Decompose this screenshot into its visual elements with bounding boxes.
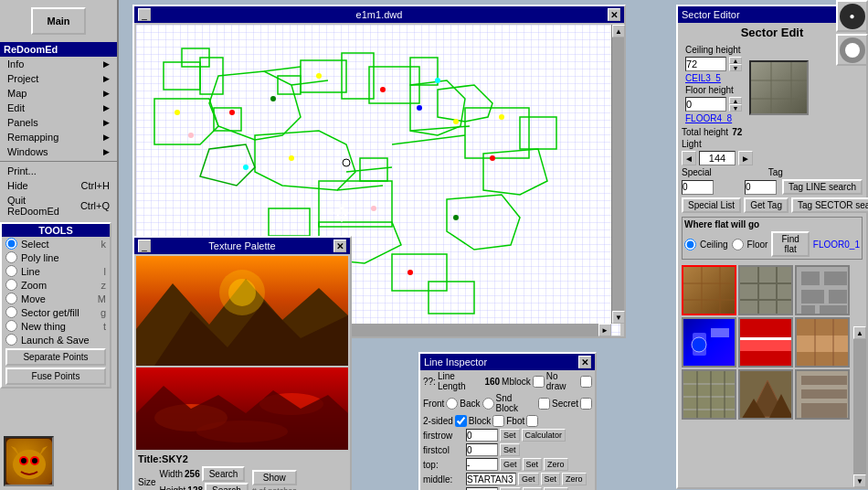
menu-item-edit[interactable]: Edit ▶ bbox=[0, 101, 117, 115]
scroll-right-arrow[interactable]: ► bbox=[598, 324, 611, 336]
map-window-minimize[interactable]: _ bbox=[138, 8, 151, 21]
menu-item-project[interactable]: Project ▶ bbox=[0, 71, 117, 86]
search-top-button[interactable]: Search bbox=[202, 466, 246, 482]
li-firstrow-input[interactable] bbox=[466, 429, 498, 442]
light-decrease-button[interactable]: ◄ bbox=[682, 151, 696, 165]
li-get-top-button[interactable]: Get bbox=[500, 458, 521, 471]
ceiling-down-button[interactable]: ▼ bbox=[729, 64, 742, 71]
avatar bbox=[4, 436, 54, 486]
tex-cell-6[interactable] bbox=[795, 317, 850, 368]
tool-move[interactable]: Move M bbox=[2, 292, 110, 305]
floor-texture-name[interactable]: FLOOR4_8 bbox=[685, 113, 732, 123]
sector-scroll-track[interactable] bbox=[853, 339, 866, 474]
tex-cell-9[interactable] bbox=[795, 369, 850, 420]
menu-item-remapping[interactable]: Remapping ▶ bbox=[0, 130, 117, 144]
light-row: ◄ ► bbox=[678, 150, 866, 166]
floor-height-input[interactable] bbox=[685, 97, 726, 112]
texture-palette-minimize[interactable]: _ bbox=[138, 240, 151, 252]
floor-spin[interactable]: ▲ ▼ bbox=[729, 97, 742, 112]
tool-polyline[interactable]: Poly line bbox=[2, 250, 110, 264]
tag-sector-search-button[interactable]: Tag SECTOR search bbox=[791, 197, 868, 213]
tex-cell-3[interactable] bbox=[795, 265, 850, 315]
sector-scroll-up[interactable]: ▲ bbox=[853, 326, 866, 339]
svg-rect-97 bbox=[797, 336, 850, 352]
sector-scroll-down[interactable]: ▼ bbox=[853, 474, 866, 487]
li-fbot-checkbox[interactable] bbox=[526, 415, 538, 427]
sector-vscrollbar[interactable]: ▲ ▼ bbox=[853, 326, 866, 487]
scroll-up-arrow[interactable]: ▲ bbox=[612, 25, 625, 37]
li-set-firstcol-button[interactable]: Set bbox=[500, 443, 520, 456]
tool-line[interactable]: Line l bbox=[2, 264, 110, 278]
tool-select[interactable]: Select k bbox=[2, 237, 110, 250]
scroll-down-arrow[interactable]: ▼ bbox=[612, 311, 625, 324]
li-sndblock-checkbox[interactable] bbox=[538, 398, 550, 410]
tool-new-thing[interactable]: New thing t bbox=[2, 319, 110, 333]
li-firstcol-input[interactable] bbox=[466, 443, 498, 456]
menu-item-windows[interactable]: Windows ▶ bbox=[0, 144, 117, 159]
li-middle-input[interactable] bbox=[466, 473, 516, 485]
li-block-checkbox[interactable] bbox=[492, 415, 504, 427]
special-list-button[interactable]: Special List bbox=[682, 197, 741, 213]
where-flat-title: Where flat will go bbox=[684, 219, 860, 229]
scroll-track-v[interactable] bbox=[612, 37, 624, 311]
li-set-firstrow-button[interactable]: Set bbox=[500, 429, 520, 442]
get-tag-button[interactable]: Get Tag bbox=[744, 197, 789, 213]
tool-zoom[interactable]: Zoom z bbox=[2, 278, 110, 292]
svg-point-60 bbox=[228, 279, 256, 306]
floor-up-button[interactable]: ▲ bbox=[729, 97, 742, 104]
tag-input[interactable] bbox=[745, 180, 777, 195]
li-twosided-checkbox[interactable] bbox=[455, 415, 467, 427]
tools-panel: TOOLS Select k Poly line Line l Zoom z M… bbox=[0, 222, 111, 389]
main-button[interactable]: Main bbox=[31, 7, 86, 35]
floor-down-button[interactable]: ▼ bbox=[729, 104, 742, 112]
tex-cell-2[interactable] bbox=[738, 265, 793, 315]
li-mblock-checkbox[interactable] bbox=[533, 376, 545, 388]
light-increase-button[interactable]: ► bbox=[738, 151, 753, 165]
menu-item-print[interactable]: Print... bbox=[0, 164, 117, 178]
menu-item-hide[interactable]: Hide Ctrl+H bbox=[0, 178, 117, 193]
tool-launch-save[interactable]: Launch & Save bbox=[2, 333, 110, 346]
app-icon-1[interactable]: ● bbox=[836, 0, 868, 32]
separate-points-button[interactable]: Separate Points bbox=[5, 348, 106, 366]
floor-radio[interactable] bbox=[732, 239, 744, 250]
search-bottom-button[interactable]: Search bbox=[205, 483, 249, 490]
ceiling-height-input[interactable] bbox=[685, 57, 726, 71]
ceiling-up-button[interactable]: ▲ bbox=[729, 57, 742, 64]
menu-item-info[interactable]: Info ▶ bbox=[0, 57, 117, 71]
special-input[interactable] bbox=[682, 180, 714, 195]
line-inspector-close[interactable]: ✕ bbox=[578, 356, 591, 368]
texture-palette-close[interactable]: ✕ bbox=[333, 240, 346, 252]
menu-item-panels[interactable]: Panels ▶ bbox=[0, 115, 117, 130]
svg-point-4 bbox=[32, 458, 37, 463]
li-zero-top-button[interactable]: Zero bbox=[544, 458, 568, 471]
li-get-middle-button[interactable]: Get bbox=[518, 473, 539, 485]
ceiling-texture-name[interactable]: CEIL3_5 bbox=[685, 73, 721, 83]
li-set-middle-button[interactable]: Set bbox=[541, 473, 561, 485]
tex-cell-4[interactable] bbox=[682, 317, 736, 368]
tag-line-search-button[interactable]: Tag LINE search bbox=[782, 179, 863, 195]
app-icon-2[interactable] bbox=[836, 34, 868, 66]
tex-cell-5[interactable] bbox=[738, 317, 793, 368]
ceiling-radio[interactable] bbox=[684, 239, 696, 250]
menu-item-quit[interactable]: Quit ReDoomEd Ctrl+Q bbox=[0, 193, 117, 218]
li-secret-checkbox[interactable] bbox=[580, 398, 592, 410]
tex-cell-7[interactable] bbox=[682, 369, 736, 420]
map-close-button[interactable]: ✕ bbox=[608, 8, 620, 21]
li-calculator-button[interactable]: Calculator bbox=[522, 429, 566, 442]
map-vscrollbar[interactable]: ▲ ▼ bbox=[611, 25, 624, 324]
svg-point-40 bbox=[417, 105, 422, 111]
fuse-points-button[interactable]: Fuse Points bbox=[5, 368, 106, 385]
tex-cell-1[interactable] bbox=[682, 265, 736, 315]
li-set-top-button[interactable]: Set bbox=[523, 458, 543, 471]
light-input[interactable] bbox=[699, 151, 736, 165]
texture-preview-top bbox=[136, 256, 348, 366]
li-nodraw-checkbox[interactable] bbox=[580, 376, 592, 388]
li-top-input[interactable] bbox=[466, 458, 498, 471]
ceiling-spin[interactable]: ▲ ▼ bbox=[729, 57, 742, 71]
tool-sector-getfill[interactable]: Sector get/fill g bbox=[2, 305, 110, 319]
find-flat-button[interactable]: Find flat bbox=[771, 231, 809, 257]
show-button[interactable]: Show bbox=[252, 470, 297, 485]
li-zero-middle-button[interactable]: Zero bbox=[562, 473, 587, 485]
tex-cell-8[interactable] bbox=[738, 369, 793, 420]
menu-item-map[interactable]: Map ▶ bbox=[0, 86, 117, 101]
